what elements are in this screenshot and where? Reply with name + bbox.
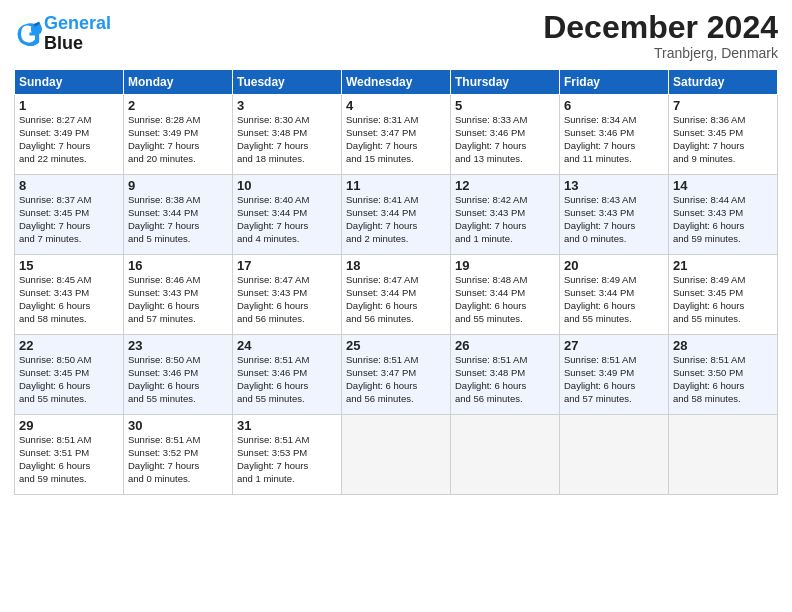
day-info-line: Daylight: 6 hours [455, 380, 555, 393]
day-info-line: and 9 minutes. [673, 153, 773, 166]
day-info-line: Daylight: 7 hours [128, 220, 228, 233]
day-info-line: and 7 minutes. [19, 233, 119, 246]
day-info-line: Daylight: 6 hours [564, 380, 664, 393]
day-number: 20 [564, 258, 664, 273]
calendar-cell: 28Sunrise: 8:51 AMSunset: 3:50 PMDayligh… [669, 335, 778, 415]
day-number: 27 [564, 338, 664, 353]
day-info-line: Sunset: 3:44 PM [128, 207, 228, 220]
calendar-cell: 23Sunrise: 8:50 AMSunset: 3:46 PMDayligh… [124, 335, 233, 415]
day-info-line: Sunset: 3:53 PM [237, 447, 337, 460]
day-info-line: Daylight: 6 hours [346, 300, 446, 313]
day-info-line: Sunrise: 8:31 AM [346, 114, 446, 127]
calendar-cell: 8Sunrise: 8:37 AMSunset: 3:45 PMDaylight… [15, 175, 124, 255]
day-info-line: Sunset: 3:45 PM [673, 127, 773, 140]
calendar-cell: 17Sunrise: 8:47 AMSunset: 3:43 PMDayligh… [233, 255, 342, 335]
day-info-line: and 20 minutes. [128, 153, 228, 166]
day-number: 29 [19, 418, 119, 433]
day-number: 24 [237, 338, 337, 353]
day-info-line: Sunrise: 8:28 AM [128, 114, 228, 127]
calendar-cell: 3Sunrise: 8:30 AMSunset: 3:48 PMDaylight… [233, 95, 342, 175]
day-info-line: Sunrise: 8:46 AM [128, 274, 228, 287]
calendar-cell: 19Sunrise: 8:48 AMSunset: 3:44 PMDayligh… [451, 255, 560, 335]
day-info-line: Daylight: 7 hours [455, 140, 555, 153]
day-info-line: Sunrise: 8:37 AM [19, 194, 119, 207]
day-number: 23 [128, 338, 228, 353]
page-header: GeneralBlue December 2024 Tranbjerg, Den… [14, 10, 778, 61]
day-info-line: Sunrise: 8:27 AM [19, 114, 119, 127]
calendar-cell: 22Sunrise: 8:50 AMSunset: 3:45 PMDayligh… [15, 335, 124, 415]
day-info-line: Daylight: 7 hours [19, 140, 119, 153]
day-info-line: and 56 minutes. [346, 313, 446, 326]
day-info-line: Daylight: 7 hours [346, 220, 446, 233]
day-number: 3 [237, 98, 337, 113]
calendar-cell: 20Sunrise: 8:49 AMSunset: 3:44 PMDayligh… [560, 255, 669, 335]
day-info-line: and 59 minutes. [19, 473, 119, 486]
day-info-line: Sunset: 3:49 PM [128, 127, 228, 140]
calendar-cell: 10Sunrise: 8:40 AMSunset: 3:44 PMDayligh… [233, 175, 342, 255]
day-info-line: Sunset: 3:43 PM [237, 287, 337, 300]
day-number: 21 [673, 258, 773, 273]
calendar-cell: 11Sunrise: 8:41 AMSunset: 3:44 PMDayligh… [342, 175, 451, 255]
calendar-cell [342, 415, 451, 495]
day-number: 17 [237, 258, 337, 273]
day-info-line: and 2 minutes. [346, 233, 446, 246]
days-header-row: SundayMondayTuesdayWednesdayThursdayFrid… [15, 70, 778, 95]
day-info-line: and 57 minutes. [564, 393, 664, 406]
logo: GeneralBlue [14, 14, 111, 54]
day-info-line: and 56 minutes. [455, 393, 555, 406]
day-info-line: Sunset: 3:44 PM [455, 287, 555, 300]
calendar-table: SundayMondayTuesdayWednesdayThursdayFrid… [14, 69, 778, 495]
calendar-cell: 7Sunrise: 8:36 AMSunset: 3:45 PMDaylight… [669, 95, 778, 175]
day-info-line: Sunrise: 8:45 AM [19, 274, 119, 287]
day-info-line: Daylight: 6 hours [19, 300, 119, 313]
day-number: 18 [346, 258, 446, 273]
day-info-line: and 18 minutes. [237, 153, 337, 166]
calendar-cell: 4Sunrise: 8:31 AMSunset: 3:47 PMDaylight… [342, 95, 451, 175]
day-info-line: Sunrise: 8:34 AM [564, 114, 664, 127]
day-header-friday: Friday [560, 70, 669, 95]
day-number: 5 [455, 98, 555, 113]
day-info-line: Sunset: 3:43 PM [128, 287, 228, 300]
day-info-line: and 55 minutes. [564, 313, 664, 326]
day-info-line: Sunset: 3:50 PM [673, 367, 773, 380]
day-info-line: Sunrise: 8:41 AM [346, 194, 446, 207]
day-number: 30 [128, 418, 228, 433]
day-info-line: and 22 minutes. [19, 153, 119, 166]
day-info-line: and 5 minutes. [128, 233, 228, 246]
day-info-line: Sunset: 3:46 PM [455, 127, 555, 140]
day-info-line: Sunrise: 8:51 AM [128, 434, 228, 447]
day-info-line: Daylight: 7 hours [128, 460, 228, 473]
day-info-line: Daylight: 6 hours [455, 300, 555, 313]
day-number: 6 [564, 98, 664, 113]
day-info-line: Daylight: 7 hours [19, 220, 119, 233]
day-info-line: and 57 minutes. [128, 313, 228, 326]
day-info-line: Sunrise: 8:42 AM [455, 194, 555, 207]
day-info-line: and 55 minutes. [19, 393, 119, 406]
day-info-line: Sunset: 3:45 PM [19, 207, 119, 220]
day-info-line: Sunrise: 8:51 AM [673, 354, 773, 367]
day-info-line: Sunset: 3:43 PM [673, 207, 773, 220]
day-header-monday: Monday [124, 70, 233, 95]
day-info-line: and 15 minutes. [346, 153, 446, 166]
calendar-cell: 21Sunrise: 8:49 AMSunset: 3:45 PMDayligh… [669, 255, 778, 335]
calendar-cell [560, 415, 669, 495]
calendar-week-row: 15Sunrise: 8:45 AMSunset: 3:43 PMDayligh… [15, 255, 778, 335]
day-info-line: Daylight: 6 hours [128, 300, 228, 313]
day-number: 14 [673, 178, 773, 193]
calendar-week-row: 1Sunrise: 8:27 AMSunset: 3:49 PMDaylight… [15, 95, 778, 175]
day-info-line: Sunrise: 8:50 AM [19, 354, 119, 367]
calendar-week-row: 22Sunrise: 8:50 AMSunset: 3:45 PMDayligh… [15, 335, 778, 415]
day-number: 16 [128, 258, 228, 273]
calendar-cell: 6Sunrise: 8:34 AMSunset: 3:46 PMDaylight… [560, 95, 669, 175]
day-info-line: Sunrise: 8:47 AM [237, 274, 337, 287]
day-info-line: Sunset: 3:49 PM [19, 127, 119, 140]
day-info-line: and 13 minutes. [455, 153, 555, 166]
title-block: December 2024 Tranbjerg, Denmark [543, 10, 778, 61]
day-info-line: Daylight: 6 hours [673, 220, 773, 233]
day-info-line: Sunrise: 8:44 AM [673, 194, 773, 207]
day-info-line: and 55 minutes. [455, 313, 555, 326]
calendar-cell: 5Sunrise: 8:33 AMSunset: 3:46 PMDaylight… [451, 95, 560, 175]
day-number: 19 [455, 258, 555, 273]
day-header-wednesday: Wednesday [342, 70, 451, 95]
day-number: 12 [455, 178, 555, 193]
